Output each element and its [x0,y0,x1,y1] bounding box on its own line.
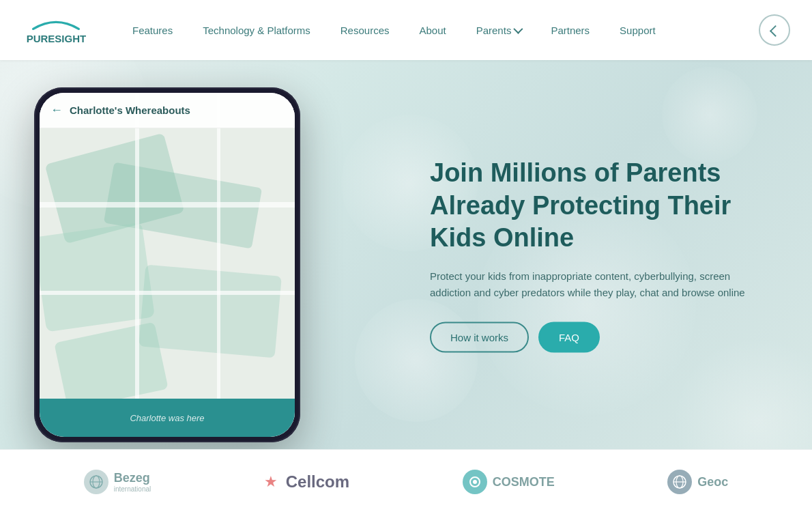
logo[interactable]: PURESIGHT [22,11,90,49]
partner-cosmote: COSMOTE [463,470,555,494]
map-road [40,202,295,208]
geoc-name: Geoc [697,475,728,489]
main-nav: Features Technology & Platforms Resource… [117,0,759,60]
bezeg-name: Bezeg [114,471,150,485]
partner-geoc: Geoc [667,470,728,494]
svg-text:PURESIGHT: PURESIGHT [27,33,87,44]
bokeh-circle-6 [676,340,812,449]
phone-topbar: ← Charlotte's Whereabouts [40,93,295,128]
site-header: PURESIGHT Features Technology & Platform… [0,0,812,60]
faq-button[interactable]: FAQ [538,322,600,353]
hero-title: Join Millions of Parents Already Protect… [430,157,771,255]
bokeh-circle-5 [662,67,757,162]
phone-bottombar: Charlotte was here [40,399,295,437]
chevron-down-icon [514,25,523,34]
map-shape [139,265,282,358]
phone-shell: ← Charlotte's Whereabouts Charlotte was … [34,87,300,442]
bezeg-icon [84,470,108,494]
nav-parents[interactable]: Parents [461,0,536,60]
hero-description: Protect your kids from inappropriate con… [430,268,771,302]
geoc-icon [667,470,692,494]
how-it-works-button[interactable]: How it works [430,322,529,353]
cellcom-name: Cellcom [286,472,349,491]
cosmote-icon [463,470,487,494]
nav-tech-platforms[interactable]: Technology & Platforms [188,0,325,60]
map-background [40,93,295,437]
nav-partners[interactable]: Partners [536,0,605,60]
back-arrow-icon [770,25,781,37]
back-button[interactable] [759,14,790,46]
nav-features[interactable]: Features [117,0,188,60]
nav-about[interactable]: About [404,0,461,60]
map-shape [54,322,169,410]
partner-bar: Bezeg international ★ Cellcom COSMOTE Ge… [0,449,812,514]
hero-section: ← Charlotte's Whereabouts Charlotte was … [0,60,812,449]
phone-screen-title: Charlotte's Whereabouts [70,104,190,116]
map-road [217,93,220,437]
phone-screen: ← Charlotte's Whereabouts Charlotte was … [40,93,295,437]
map-road [135,93,139,437]
phone-location-text: Charlotte was here [130,413,204,423]
svg-point-5 [473,480,477,484]
hero-buttons: How it works FAQ [430,322,771,353]
phone-back-arrow-icon: ← [50,104,63,117]
cellcom-star-icon: ★ [264,473,278,491]
partner-bezeg: Bezeg international [84,470,151,494]
phone-mockup: ← Charlotte's Whereabouts Charlotte was … [34,87,321,449]
map-road [40,291,295,295]
bezeg-sub: international [114,485,151,493]
hero-text-block: Join Millions of Parents Already Protect… [430,157,771,353]
cosmote-name: COSMOTE [493,475,555,489]
nav-support[interactable]: Support [605,0,671,60]
partner-cellcom: ★ Cellcom [264,472,349,491]
nav-resources[interactable]: Resources [325,0,405,60]
